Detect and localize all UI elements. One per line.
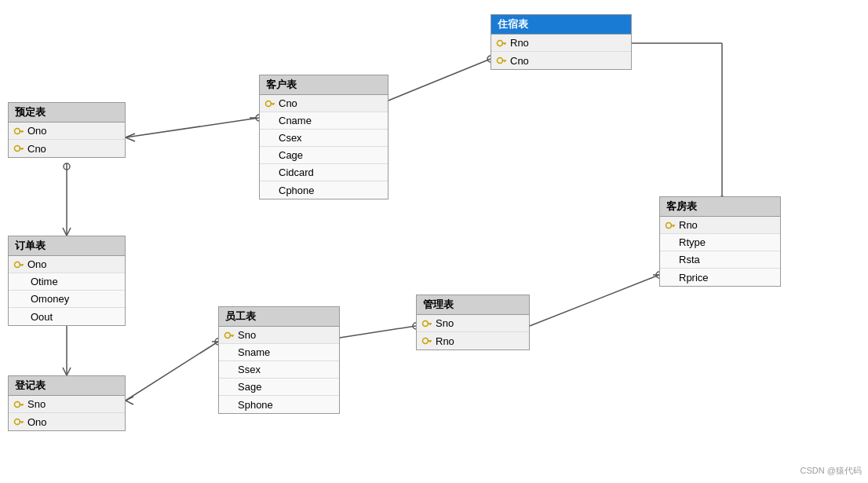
table-yuangongbiao: 员工表 Sno Sname Ssex Sage Sphone	[218, 306, 340, 414]
svg-point-63	[498, 40, 503, 46]
table-row: Sno	[9, 396, 125, 413]
table-kehubiao: 客户表 Cno Cname Csex Cage Cidcard Cphone	[259, 75, 388, 199]
field-label: Sphone	[238, 399, 273, 411]
table-row: Sname	[219, 344, 339, 361]
field-label: Rtype	[679, 236, 706, 248]
spacer-icon	[13, 276, 27, 287]
spacer-icon	[13, 294, 27, 305]
field-label: Sname	[238, 346, 270, 358]
table-guanlibiao-header: 管理表	[417, 295, 529, 315]
key-icon	[264, 98, 275, 109]
table-row: Rno	[660, 217, 780, 234]
svg-line-13	[126, 342, 218, 401]
table-kehubiao-header: 客户表	[260, 75, 388, 95]
key-icon	[13, 399, 24, 410]
svg-line-14	[126, 397, 133, 401]
svg-line-11	[67, 368, 71, 375]
watermark: CSDN @猿代码	[801, 465, 862, 477]
svg-line-6	[63, 228, 67, 236]
table-yuangongbiao-header: 员工表	[219, 307, 339, 327]
table-kefangbiao: 客房表 Rno Rtype Rsta Rprice	[659, 196, 781, 287]
field-label: Cno	[27, 143, 46, 155]
table-row: Otime	[9, 273, 125, 291]
key-icon	[13, 259, 24, 270]
svg-line-7	[67, 228, 71, 236]
table-kefangbiao-header: 客房表	[660, 197, 780, 217]
field-label: Omoney	[31, 293, 69, 305]
table-row: Ono	[9, 413, 125, 430]
field-label: Ssex	[238, 364, 261, 375]
table-row: Omoney	[9, 291, 125, 308]
svg-line-22	[385, 59, 491, 102]
table-zhusubiao: 住宿表 Rno Cno	[491, 14, 632, 70]
field-label: Cno	[510, 55, 529, 67]
field-label: Csex	[279, 132, 302, 144]
field-label: Rno	[679, 219, 698, 231]
svg-line-0	[126, 118, 259, 137]
table-row: Cno	[9, 140, 125, 157]
svg-point-36	[15, 128, 20, 134]
table-row: Ssex	[219, 361, 339, 379]
table-row: Ono	[9, 123, 125, 140]
field-label: Oout	[31, 311, 53, 323]
field-label: Cname	[279, 115, 312, 126]
svg-point-8	[64, 163, 70, 170]
field-label: Sno	[238, 329, 256, 341]
table-row: Cidcard	[260, 164, 388, 181]
spacer-icon	[13, 311, 27, 322]
field-label: Rno	[436, 335, 454, 347]
key-icon	[13, 126, 24, 137]
table-dingdanbiao-header: 订单表	[9, 236, 125, 256]
table-row: Oout	[9, 308, 125, 325]
field-label: Cidcard	[279, 166, 314, 178]
svg-point-48	[15, 419, 20, 425]
key-icon	[665, 220, 676, 231]
table-row: Cno	[491, 52, 631, 69]
svg-line-2	[126, 137, 135, 141]
table-row: Cname	[260, 112, 388, 130]
field-label: Cphone	[279, 185, 315, 196]
table-zhusubiao-header: 住宿表	[491, 15, 631, 35]
key-icon	[421, 335, 432, 346]
table-row: Rno	[417, 332, 529, 349]
svg-point-69	[666, 222, 672, 228]
key-icon	[13, 143, 24, 154]
table-row: Rprice	[660, 269, 780, 286]
svg-line-31	[530, 275, 659, 326]
svg-point-60	[423, 338, 429, 344]
svg-line-15	[126, 401, 133, 404]
table-row: Cno	[260, 95, 388, 112]
key-icon	[224, 330, 235, 341]
field-label: Rno	[510, 37, 529, 49]
svg-line-18	[340, 326, 416, 338]
svg-point-42	[15, 262, 20, 267]
table-dingdanbiao: 订单表 Ono Otime Omoney Oout	[8, 236, 126, 326]
field-label: Rsta	[679, 254, 700, 265]
field-label: Otime	[31, 276, 58, 287]
field-label: Sage	[238, 381, 261, 393]
table-guanlibiao: 管理表 Sno Rno	[416, 295, 530, 350]
table-yudingbiao: 预定表 Ono Cno	[8, 102, 126, 158]
svg-point-66	[498, 58, 503, 64]
svg-line-10	[63, 368, 67, 375]
table-row: Rno	[491, 35, 631, 52]
key-icon	[13, 416, 24, 427]
field-label: Cno	[279, 97, 297, 109]
table-row: Sno	[417, 315, 529, 332]
svg-point-54	[225, 332, 231, 338]
svg-point-57	[423, 320, 429, 326]
field-label: Cage	[279, 149, 303, 161]
svg-line-1	[126, 134, 135, 137]
table-dengjibiao-header: 登记表	[9, 376, 125, 396]
field-label: Sno	[436, 317, 454, 329]
table-row: Cphone	[260, 181, 388, 199]
table-row: Rsta	[660, 251, 780, 269]
key-icon	[421, 318, 432, 329]
svg-point-45	[15, 401, 20, 407]
field-label: Rprice	[679, 272, 709, 284]
table-row: Csex	[260, 130, 388, 147]
table-row: Sphone	[219, 396, 339, 413]
key-icon	[496, 55, 507, 66]
table-row: Sage	[219, 379, 339, 396]
field-label: Ono	[27, 416, 47, 428]
